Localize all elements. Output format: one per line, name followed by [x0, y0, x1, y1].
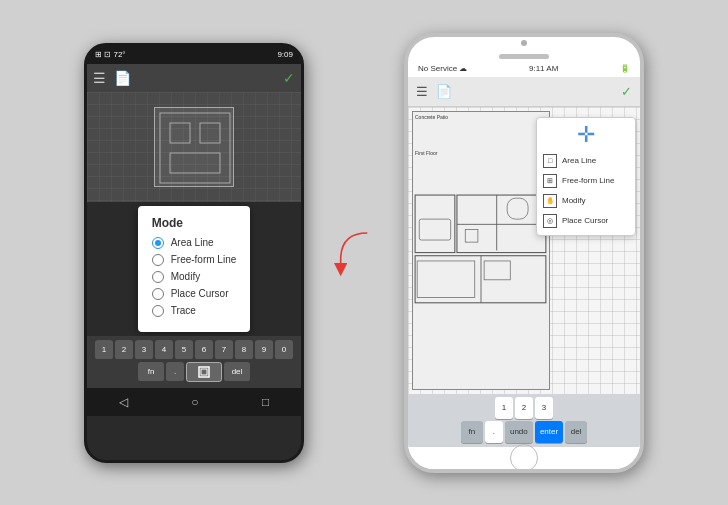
svg-rect-1	[170, 123, 190, 143]
radio-place-cursor[interactable]	[152, 288, 164, 300]
floorplan-sketch	[154, 107, 234, 187]
ios-home-button[interactable]	[510, 444, 538, 472]
radio-freeform[interactable]	[152, 254, 164, 266]
kbd-dot[interactable]: .	[166, 362, 184, 382]
mode-option-freeform[interactable]: Free-form Line	[152, 254, 237, 266]
ios-mode-place-cursor[interactable]: ◎ Place Cursor	[537, 211, 635, 231]
ios-area-line-label: Area Line	[562, 156, 596, 165]
arrow-annotation-svg	[334, 213, 374, 293]
ios-mode-area-line[interactable]: □ Area Line	[537, 151, 635, 171]
kbd-4[interactable]: 4	[155, 340, 173, 360]
svg-rect-10	[415, 255, 546, 302]
mode-label-area-line: Area Line	[171, 237, 214, 248]
ios-floor-labels: Concrete Patio First Floor	[415, 114, 448, 156]
radio-trace[interactable]	[152, 305, 164, 317]
ios-freeform-label: Free-form Line	[562, 176, 614, 185]
recents-button[interactable]: □	[262, 395, 269, 409]
svg-rect-7	[457, 195, 546, 253]
ios-time: 9:11 AM	[529, 64, 558, 73]
kbd-2[interactable]: 2	[115, 340, 133, 360]
ios-kbd-fn[interactable]: fn	[461, 421, 483, 443]
ios-camera	[521, 40, 527, 46]
ios-special-row: fn . undo enter del	[410, 421, 638, 443]
mode-label-modify: Modify	[171, 271, 200, 282]
kbd-special-row: fn . del	[89, 362, 299, 382]
check-icon[interactable]: ✓	[283, 70, 295, 86]
ios-menu-icon[interactable]: ☰	[416, 84, 428, 99]
svg-rect-2	[200, 123, 220, 143]
ios-speaker	[499, 54, 549, 59]
ios-kbd-1[interactable]: 1	[495, 397, 513, 419]
mode-dialog-title: Mode	[152, 216, 237, 230]
ios-status-bar: No Service ☁ 9:11 AM 🔋	[408, 61, 640, 77]
kbd-7[interactable]: 7	[215, 340, 233, 360]
ios-kbd-undo[interactable]: undo	[505, 421, 533, 443]
ios-floorplan: Concrete Patio First Floor	[408, 107, 640, 394]
android-nav-bar: ◁ ○ □	[87, 388, 301, 416]
kbd-8[interactable]: 8	[235, 340, 253, 360]
ios-mode-dropdown: ✛ □ Area Line ⊞ Free-form Line ✋ Modify	[536, 117, 636, 236]
ios-phone: No Service ☁ 9:11 AM 🔋 ☰ 📄 ✓ Concrete Pa…	[404, 33, 644, 473]
ios-move-icon: ✛	[577, 122, 595, 148]
ios-kbd-enter[interactable]: enter	[535, 421, 563, 443]
svg-rect-13	[465, 229, 478, 242]
ios-screen: Concrete Patio First Floor	[408, 107, 640, 447]
kbd-fn[interactable]: fn	[138, 362, 164, 382]
kbd-square[interactable]	[186, 362, 222, 382]
kbd-1[interactable]: 1	[95, 340, 113, 360]
ios-kbd-del[interactable]: del	[565, 421, 587, 443]
ios-kbd-dot[interactable]: .	[485, 421, 503, 443]
android-phone: ⊞ ⊡ 72° 9:09 ☰ 📄 ✓ Mode	[84, 43, 304, 463]
ios-num-row: 1 2 3	[410, 397, 638, 419]
android-status-bar: ⊞ ⊡ 72° 9:09	[87, 46, 301, 64]
android-status-left: ⊞ ⊡ 72°	[95, 50, 126, 59]
ios-modify-icon: ✋	[543, 194, 557, 208]
svg-rect-15	[484, 260, 510, 279]
svg-rect-14	[507, 198, 528, 219]
kbd-del[interactable]: del	[224, 362, 250, 382]
ios-battery: 🔋	[620, 64, 630, 73]
android-time: 9:09	[277, 50, 293, 59]
kbd-0[interactable]: 0	[275, 340, 293, 360]
ios-check-icon[interactable]: ✓	[621, 84, 632, 99]
ios-move-icon-container: ✛	[537, 122, 635, 148]
android-toolbar: ☰ 📄 ✓	[87, 64, 301, 92]
back-button[interactable]: ◁	[119, 395, 128, 409]
svg-rect-6	[415, 195, 455, 253]
menu-icon[interactable]: ☰	[93, 70, 106, 86]
mode-label-trace: Trace	[171, 305, 196, 316]
mode-option-place-cursor[interactable]: Place Cursor	[152, 288, 237, 300]
ios-mode-freeform[interactable]: ⊞ Free-form Line	[537, 171, 635, 191]
ios-kbd-2[interactable]: 2	[515, 397, 533, 419]
ios-freeform-icon: ⊞	[543, 174, 557, 188]
mode-dialog: Mode Area Line Free-form Line Modify Pla…	[138, 206, 251, 332]
kbd-5[interactable]: 5	[175, 340, 193, 360]
file-icon: 📄	[114, 70, 131, 86]
android-floorplan	[87, 92, 301, 202]
kbd-9[interactable]: 9	[255, 340, 273, 360]
ios-mode-modify[interactable]: ✋ Modify	[537, 191, 635, 211]
kbd-6[interactable]: 6	[195, 340, 213, 360]
svg-rect-16	[417, 260, 475, 297]
android-status-icons: ⊞ ⊡ 72°	[95, 50, 126, 59]
ios-area-line-icon: □	[543, 154, 557, 168]
mode-label-place-cursor: Place Cursor	[171, 288, 229, 299]
ios-place-cursor-label: Place Cursor	[562, 216, 608, 225]
mode-option-modify[interactable]: Modify	[152, 271, 237, 283]
ios-carrier: No Service ☁	[418, 64, 467, 73]
svg-rect-12	[419, 219, 450, 240]
scene: ⊞ ⊡ 72° 9:09 ☰ 📄 ✓ Mode	[0, 0, 728, 505]
kbd-3[interactable]: 3	[135, 340, 153, 360]
ios-keyboard: 1 2 3 fn . undo enter del	[408, 394, 640, 447]
mode-option-trace[interactable]: Trace	[152, 305, 237, 317]
radio-modify[interactable]	[152, 271, 164, 283]
home-button[interactable]: ○	[191, 395, 198, 409]
mode-label-freeform: Free-form Line	[171, 254, 237, 265]
mode-option-area-line[interactable]: Area Line	[152, 237, 237, 249]
radio-area-line[interactable]	[152, 237, 164, 249]
svg-rect-5	[201, 369, 207, 375]
ios-kbd-3[interactable]: 3	[535, 397, 553, 419]
ios-floorplan-sketch: Concrete Patio First Floor	[412, 111, 550, 390]
kbd-number-row: 1 2 3 4 5 6 7 8 9 0	[89, 340, 299, 360]
ios-toolbar: ☰ 📄 ✓	[408, 77, 640, 107]
